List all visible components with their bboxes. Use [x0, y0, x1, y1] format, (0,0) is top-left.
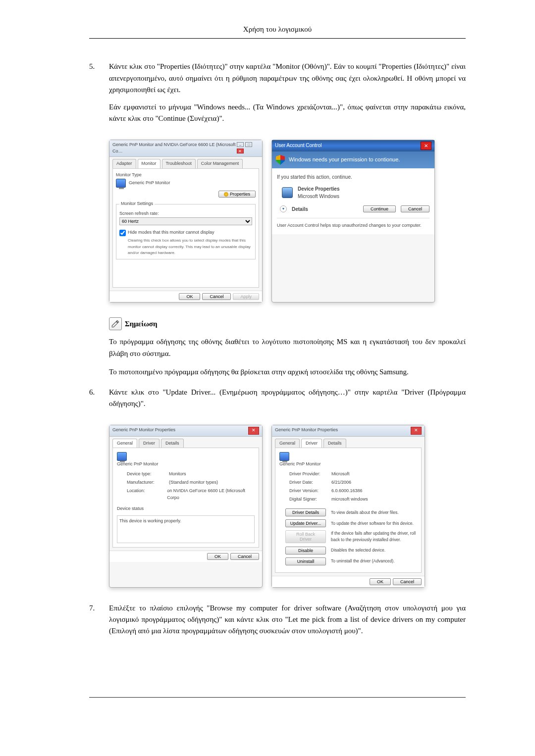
page-header: Χρήση του λογισμικού — [89, 24, 466, 39]
step-body: Κάντε κλικ στο "Update Driver... (Ενημέρ… — [109, 387, 466, 416]
update-driver-button[interactable]: Update Driver... — [285, 519, 326, 527]
tab-general[interactable]: General — [112, 439, 137, 448]
tab-driver[interactable]: Driver — [301, 439, 322, 448]
tab-adapter[interactable]: Adapter — [112, 159, 136, 168]
driver-provider-label: Driver Provider: — [289, 471, 331, 478]
driver-date-label: Driver Date: — [289, 479, 331, 486]
device-status-label: Device status — [117, 505, 255, 512]
tab-details[interactable]: Details — [161, 439, 184, 448]
uac-message: Windows needs your permission to contion… — [289, 155, 400, 164]
step-5-p1: Κάντε κλικ στο "Properties (Ιδιότητες)" … — [109, 61, 466, 96]
cancel-button[interactable]: Cancel — [393, 578, 422, 585]
monitor-settings-group: Monitor Settings Screen refresh rate: 60… — [116, 201, 256, 259]
dialog-titlebar: Generic PnP Monitor and NVIDIA GeForce 6… — [109, 140, 262, 157]
hide-modes-desc: Clearing this check box allows you to se… — [128, 238, 252, 256]
program-icon — [282, 187, 293, 198]
location-label: Location: — [127, 488, 167, 502]
monitor-props-driver-dialog: Generic PnP Monitor Properties ✕ General… — [271, 425, 425, 588]
uac-titlebar: User Account Control ✕ — [272, 140, 434, 152]
step-7: 7. Επιλέξτε το πλαίσιο επιλογής "Browse … — [89, 603, 466, 643]
continue-button[interactable]: Continue — [363, 205, 396, 212]
step-5-p2: Εάν εμφανιστεί το μήνυμα "Windows needs.… — [109, 101, 466, 125]
tab-driver[interactable]: Driver — [139, 439, 160, 448]
location-value: on NVIDIA GeForce 6600 LE (Microsoft Cor… — [167, 488, 255, 502]
pencil-icon — [109, 317, 122, 330]
driver-date-value: 6/21/2006 — [331, 479, 351, 486]
tab-details[interactable]: Details — [323, 439, 346, 448]
uac-item-publisher: Microsoft Windows — [298, 193, 340, 201]
page-footer-rule — [89, 697, 466, 698]
manufacturer-value: (Standard monitor types) — [169, 479, 218, 486]
manufacturer-label: Manufacturer: — [127, 479, 169, 486]
dialog-title: Generic PnP Monitor Properties — [275, 427, 338, 435]
dialog-footer: OK Cancel Apply — [109, 291, 262, 302]
uac-dialog: User Account Control ✕ Windows needs you… — [271, 140, 435, 303]
step-5: 5. Κάντε κλικ στο "Properties (Ιδιότητες… — [89, 61, 466, 130]
ok-button[interactable]: OK — [207, 553, 228, 560]
note-p1: Το πρόγραμμα οδήγησης της οθόνης διαθέτε… — [109, 336, 466, 359]
shield-icon — [276, 155, 285, 165]
chevron-down-icon[interactable]: ▾ — [280, 205, 287, 212]
apply-button: Apply — [233, 293, 259, 300]
driver-version-label: Driver Version: — [289, 488, 331, 495]
cancel-button[interactable]: Cancel — [401, 205, 429, 212]
device-type-label: Device type: — [127, 471, 169, 478]
digital-signer-value: microsoft windows — [331, 496, 368, 503]
monitor-icon — [116, 179, 126, 188]
close-icon[interactable]: ✕ — [237, 149, 244, 153]
ok-button[interactable]: OK — [370, 578, 391, 585]
figures-row-1: Generic PnP Monitor and NVIDIA GeForce 6… — [109, 140, 466, 303]
monitor-props-general-dialog: Generic PnP Monitor Properties ✕ General… — [109, 425, 263, 588]
refresh-rate-select[interactable]: 60 Hertz — [119, 217, 252, 225]
close-icon[interactable]: ✕ — [421, 142, 431, 151]
monitor-icon — [117, 452, 127, 461]
driver-version-value: 6.0.6000.16386 — [331, 488, 363, 495]
hide-modes-label: Hide modes that this monitor cannot disp… — [128, 229, 252, 236]
driver-details-desc: To view details about the driver files. — [331, 509, 417, 516]
tab-troubleshoot[interactable]: Troubleshoot — [162, 159, 196, 168]
hide-modes-checkbox[interactable] — [119, 230, 126, 236]
uac-started-text: If you started this action, continue. — [277, 173, 429, 181]
monitor-name: Generic PnP Monitor — [279, 461, 417, 468]
ok-button[interactable]: OK — [179, 293, 200, 300]
rollback-driver-desc: If the device fails after updating the d… — [331, 530, 417, 543]
dialog-titlebar: Generic PnP Monitor Properties ✕ — [272, 425, 425, 437]
window-buttons: – □ ✕ — [236, 142, 259, 155]
refresh-rate-label: Screen refresh rate: — [119, 210, 252, 217]
tab-monitor[interactable]: Monitor — [138, 159, 160, 168]
monitor-settings-legend: Monitor Settings — [119, 201, 155, 207]
step-6: 6. Κάντε κλικ στο "Update Driver... (Ενη… — [89, 387, 466, 416]
uninstall-desc: To uninstall the driver (Advanced). — [331, 558, 417, 564]
uac-body: If you started this action, continue. De… — [272, 168, 434, 234]
dialog-titlebar: Generic PnP Monitor Properties ✕ — [109, 425, 262, 437]
cancel-button[interactable]: Cancel — [230, 553, 259, 560]
step-6-p1: Κάντε κλικ στο "Update Driver... (Ενημέρ… — [109, 387, 466, 410]
maximize-icon[interactable]: □ — [245, 142, 252, 147]
disable-desc: Disables the selected device. — [331, 547, 417, 554]
dialog-title: Generic PnP Monitor and NVIDIA GeForce 6… — [112, 142, 236, 155]
uninstall-button[interactable]: Uninstall — [285, 557, 326, 565]
driver-details-button[interactable]: Driver Details — [285, 508, 326, 516]
uac-message-bar: Windows needs your permission to contion… — [272, 151, 434, 168]
step-number: 5. — [89, 61, 109, 130]
dialog-title: Generic PnP Monitor Properties — [112, 427, 175, 435]
step-7-p1: Επιλέξτε το πλαίσιο επιλογής "Browse my … — [109, 603, 466, 637]
monitor-properties-dialog: Generic PnP Monitor and NVIDIA GeForce 6… — [109, 140, 263, 303]
uac-details-label[interactable]: Details — [292, 205, 308, 213]
tab-general[interactable]: General — [275, 439, 300, 448]
properties-button[interactable]: Properties — [218, 191, 256, 198]
step-body: Επιλέξτε το πλαίσιο επιλογής "Browse my … — [109, 603, 466, 643]
dialog-body: Monitor Type Generic PnP Monitor Propert… — [112, 168, 259, 288]
rollback-driver-button: Roll Back Driver — [285, 530, 326, 543]
minimize-icon[interactable]: – — [237, 142, 244, 147]
cancel-button[interactable]: Cancel — [202, 293, 231, 300]
tab-color-mgmt[interactable]: Color Management — [197, 159, 243, 168]
monitor-name: Generic PnP Monitor — [117, 461, 255, 468]
note-p2: Το πιστοποιημένο πρόγραμμα οδήγησης θα β… — [109, 366, 466, 378]
update-driver-desc: To update the driver software for this d… — [331, 520, 417, 527]
step-body: Κάντε κλικ στο "Properties (Ιδιότητες)" … — [109, 61, 466, 130]
close-icon[interactable]: ✕ — [248, 427, 259, 435]
uac-footer-note: User Account Control helps stop unauthor… — [277, 218, 429, 229]
disable-button[interactable]: Disable — [285, 547, 326, 554]
close-icon[interactable]: ✕ — [411, 427, 422, 435]
